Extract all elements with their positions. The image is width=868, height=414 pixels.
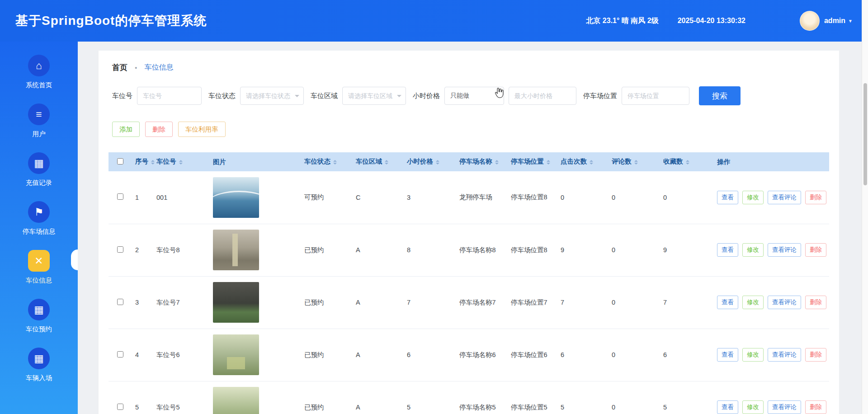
column-header-index[interactable]: 序号 — [132, 152, 153, 171]
column-header-lot-name[interactable]: 停车场名称 — [456, 152, 507, 171]
datetime-display: 2025-04-20 13:30:32 — [678, 17, 745, 25]
row-delete-button[interactable]: 删除 — [805, 243, 826, 257]
app-window: 基于SpringBoot的停车管理系统 北京 23.1° 晴 南风 2级 202… — [0, 0, 868, 414]
row-checkbox-cell — [108, 329, 132, 381]
sort-carets-icon[interactable] — [151, 158, 155, 166]
column-header-favorites[interactable]: 收藏数 — [660, 152, 713, 171]
sidebar-item-spot-reservation[interactable]: ▦车位预约 — [0, 292, 78, 341]
column-header-status[interactable]: 车位状态 — [301, 152, 352, 171]
sort-carets-icon[interactable] — [385, 158, 388, 166]
view-comments-button[interactable]: 查看评论 — [768, 348, 801, 362]
column-header-lot-location[interactable]: 停车场位置 — [507, 152, 557, 171]
edit-button[interactable]: 修改 — [742, 191, 764, 204]
cell-price: 7 — [403, 276, 456, 329]
view-comments-button[interactable]: 查看评论 — [768, 296, 801, 309]
breadcrumb-current[interactable]: 车位信息 — [144, 63, 173, 72]
edit-button[interactable]: 修改 — [742, 296, 764, 309]
cell-index: 2 — [132, 224, 153, 276]
utilization-button[interactable]: 车位利用率 — [178, 122, 226, 137]
spot-no-input[interactable] — [137, 87, 202, 105]
area-select[interactable] — [342, 87, 406, 105]
filter-bar: 车位号 车位状态 车位区域 — [112, 86, 829, 105]
content-panel: 首页 ● 车位信息 车位号 车位状态 车位区域 — [99, 51, 839, 414]
sidebar-item-parking-lot-info[interactable]: ⚑停车场信息 — [0, 194, 78, 243]
sliders-icon: ≡ — [28, 104, 50, 125]
scrollbar-thumb[interactable] — [863, 83, 867, 185]
sidebar: ⌂系统首页≡用户▦充值记录⚑停车场信息✕车位信息▦车位预约▦车辆入场 — [0, 42, 78, 414]
sidebar-item-users[interactable]: ≡用户 — [0, 97, 78, 146]
sort-carets-icon[interactable] — [495, 158, 499, 166]
cell-image — [209, 329, 301, 381]
sidebar-item-label: 用户 — [33, 130, 46, 138]
price-max-input[interactable] — [509, 87, 576, 105]
view-button[interactable]: 查看 — [717, 400, 738, 414]
avatar[interactable] — [800, 11, 820, 31]
cell-area: A — [352, 381, 403, 414]
sort-carets-icon[interactable] — [590, 158, 593, 166]
app-title: 基于SpringBoot的停车管理系统 — [15, 12, 207, 29]
delete-button[interactable]: 删除 — [145, 122, 173, 137]
edit-button[interactable]: 修改 — [742, 400, 764, 414]
sidebar-item-vehicle-entry[interactable]: ▦车辆入场 — [0, 341, 78, 390]
view-button[interactable]: 查看 — [717, 191, 738, 204]
column-header-spot-no[interactable]: 车位号 — [153, 152, 209, 171]
sort-carets-icon[interactable] — [547, 158, 550, 166]
status-label: 车位状态 — [208, 92, 236, 100]
row-delete-button[interactable]: 删除 — [805, 400, 826, 414]
chevron-down-icon[interactable]: ▼ — [848, 19, 853, 24]
table-row: 5 车位号5 已预约 A 5 停车场名称5 停车场位置5 5 0 5 查看 修改… — [108, 381, 829, 414]
edit-button[interactable]: 修改 — [742, 348, 764, 362]
view-button[interactable]: 查看 — [717, 348, 738, 362]
main-area: 首页 ● 车位信息 车位号 车位状态 车位区域 — [78, 42, 868, 414]
cell-area: A — [352, 224, 403, 276]
cell-actions: 查看 修改 查看评论 删除 — [713, 224, 829, 276]
sidebar-item-home[interactable]: ⌂系统首页 — [0, 48, 78, 97]
status-select[interactable] — [240, 87, 304, 105]
sort-carets-icon[interactable] — [436, 158, 439, 166]
column-header-price[interactable]: 小时价格 — [403, 152, 456, 171]
view-comments-button[interactable]: 查看评论 — [768, 400, 801, 414]
grid-icon: ▦ — [28, 299, 50, 320]
row-checkbox[interactable] — [117, 351, 123, 358]
cell-image — [209, 381, 301, 414]
select-all-checkbox[interactable] — [117, 158, 123, 165]
cell-lot-location: 停车场位置8 — [507, 171, 557, 224]
cell-status: 已预约 — [301, 224, 352, 276]
breadcrumb-home[interactable]: 首页 — [112, 62, 127, 73]
filter-status: 车位状态 — [208, 87, 304, 105]
row-checkbox[interactable] — [117, 299, 123, 305]
location-input[interactable] — [622, 87, 689, 105]
row-delete-button[interactable]: 删除 — [805, 348, 826, 362]
table-head-row: 序号车位号图片车位状态车位区域小时价格停车场名称停车场位置点击次数评论数收藏数操… — [108, 152, 829, 171]
column-header-area[interactable]: 车位区域 — [352, 152, 403, 171]
column-header-comments[interactable]: 评论数 — [608, 152, 660, 171]
sidebar-item-recharge-records[interactable]: ▦充值记录 — [0, 146, 78, 194]
cell-index: 4 — [132, 329, 153, 381]
location-label: 停车场位置 — [583, 92, 617, 100]
view-button[interactable]: 查看 — [717, 243, 738, 257]
grid-icon: ▦ — [28, 152, 50, 174]
row-checkbox[interactable] — [117, 246, 123, 253]
view-button[interactable]: 查看 — [717, 296, 738, 309]
row-delete-button[interactable]: 删除 — [805, 296, 826, 309]
column-header-clicks[interactable]: 点击次数 — [557, 152, 608, 171]
sort-carets-icon[interactable] — [634, 158, 638, 166]
row-checkbox[interactable] — [117, 193, 123, 200]
sidebar-item-parking-spot-info[interactable]: ✕车位信息 — [0, 243, 78, 292]
sort-carets-icon[interactable] — [179, 158, 183, 166]
price-min-input[interactable] — [444, 87, 504, 105]
sort-carets-icon[interactable] — [333, 158, 337, 166]
row-checkbox[interactable] — [117, 404, 123, 410]
add-button[interactable]: 添加 — [112, 122, 140, 137]
row-delete-button[interactable]: 删除 — [805, 191, 826, 204]
view-comments-button[interactable]: 查看评论 — [768, 243, 801, 257]
username[interactable]: admin — [824, 17, 845, 25]
row-checkbox-cell — [108, 381, 132, 414]
action-toolbar: 添加 删除 车位利用率 — [112, 122, 829, 137]
cell-comments: 0 — [608, 171, 660, 224]
edit-button[interactable]: 修改 — [742, 243, 764, 257]
sort-carets-icon[interactable] — [686, 158, 689, 166]
view-comments-button[interactable]: 查看评论 — [768, 191, 801, 204]
cell-lot-name: 停车场名称5 — [456, 381, 507, 414]
search-button[interactable]: 搜索 — [699, 86, 741, 105]
